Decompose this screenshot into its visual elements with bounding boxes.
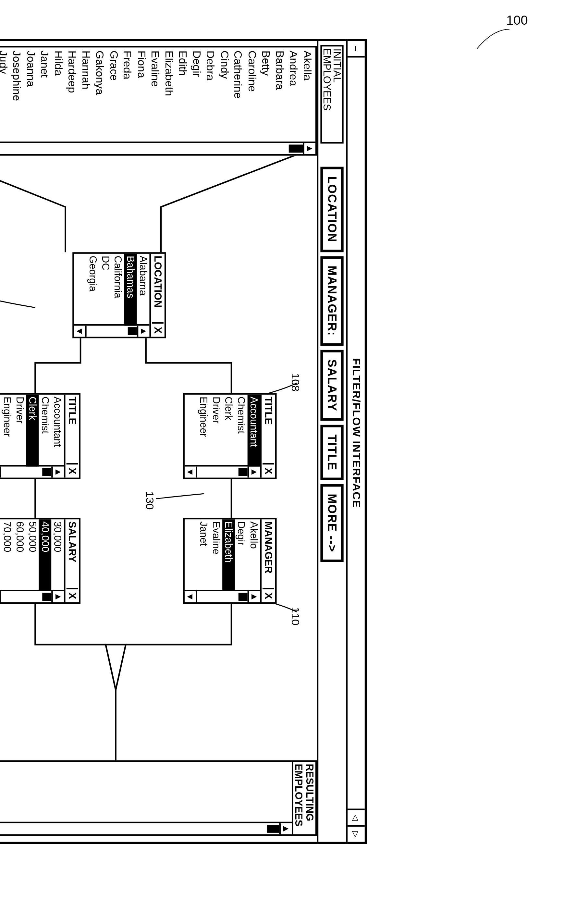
- scroll-down-icon[interactable]: ▼: [185, 591, 197, 602]
- list-item[interactable]: Cindy: [217, 51, 231, 141]
- list-item[interactable]: 40,000: [39, 519, 51, 591]
- manager-scrollbar[interactable]: ▲ ▼: [185, 590, 260, 602]
- toolbar-title-button[interactable]: TITLE: [321, 425, 344, 480]
- list-item[interactable]: Hannah: [79, 51, 93, 141]
- list-item[interactable]: Akello: [247, 519, 260, 591]
- title-top-panel-close[interactable]: X: [263, 463, 274, 478]
- salary-panel-close[interactable]: X: [66, 588, 78, 602]
- title-bottom-panel-close[interactable]: X: [66, 463, 78, 478]
- list-item[interactable]: Grace: [107, 51, 121, 141]
- list-item[interactable]: Joanna: [24, 51, 38, 141]
- list-item[interactable]: 30,000: [51, 519, 64, 591]
- list-item[interactable]: Accountant: [247, 395, 260, 467]
- scroll-thumb[interactable]: [267, 825, 279, 833]
- app-window: – FILTER/FLOW INTERFACE ◁ ▷ INITIAL EMPL…: [0, 39, 367, 844]
- list-item[interactable]: 50,000: [26, 519, 39, 591]
- initial-scrollbar[interactable]: ▲ ▼: [0, 142, 315, 154]
- title-top-panel[interactable]: TITLE X AccountantChemistClerkDriverEngi…: [183, 393, 276, 479]
- salary-scrollbar[interactable]: ▲ ▼: [0, 590, 64, 602]
- list-item[interactable]: Janet: [38, 51, 52, 141]
- scroll-thumb[interactable]: [42, 468, 51, 476]
- list-item[interactable]: Josephine: [10, 51, 24, 141]
- list-item[interactable]: Engineer: [197, 395, 210, 467]
- location-panel[interactable]: LOCATION X AlabamaBahamasCaliforniaDCGeo…: [73, 252, 166, 338]
- salary-panel[interactable]: SALARY X 30,00040,00050,00060,00070,000 …: [0, 518, 81, 604]
- list-item[interactable]: DC: [99, 254, 111, 326]
- list-item[interactable]: Andrea: [287, 51, 301, 141]
- flow-canvas: AkellaAndreaBarbaraBettyCarolineCatherin…: [0, 41, 317, 842]
- result-scrollbar[interactable]: ▲ ▼: [0, 822, 292, 834]
- list-item[interactable]: Hilda: [52, 51, 66, 141]
- scroll-thumb[interactable]: [239, 468, 247, 476]
- list-item[interactable]: Edith: [176, 51, 190, 141]
- toolbar-salary-button[interactable]: SALARY: [321, 349, 344, 421]
- location-panel-close[interactable]: X: [152, 322, 163, 337]
- titlebar: – FILTER/FLOW INTERFACE ◁ ▷: [346, 41, 364, 842]
- list-item[interactable]: Evaline: [148, 51, 162, 141]
- list-item[interactable]: Betty: [259, 51, 273, 141]
- list-item[interactable]: Debra: [204, 51, 218, 141]
- list-item[interactable]: Degir: [190, 51, 204, 141]
- manager-panel-close[interactable]: X: [263, 588, 274, 602]
- list-item[interactable]: Hardeep: [66, 51, 79, 141]
- scroll-thumb[interactable]: [239, 593, 247, 601]
- nav-left-button[interactable]: ◁: [347, 809, 365, 825]
- list-item[interactable]: Clerk: [222, 395, 235, 467]
- list-item[interactable]: Chemist: [235, 395, 247, 467]
- system-menu-button[interactable]: –: [347, 41, 365, 57]
- list-item[interactable]: Elizabeth: [222, 519, 235, 591]
- list-item[interactable]: 70,000: [1, 519, 14, 591]
- list-item[interactable]: Georgia: [87, 254, 99, 326]
- title-bottom-scrollbar[interactable]: ▲ ▼: [0, 465, 64, 478]
- list-item[interactable]: Caroline: [246, 51, 259, 141]
- title-top-scrollbar[interactable]: ▲ ▼: [185, 465, 260, 478]
- scroll-down-icon[interactable]: ▼: [0, 467, 1, 478]
- list-item[interactable]: Degir: [235, 519, 247, 591]
- initial-line2: EMPLOYEES: [322, 47, 332, 142]
- nav-right-button[interactable]: ▷: [347, 825, 365, 842]
- list-item[interactable]: Gakonya: [93, 51, 107, 141]
- scroll-up-icon[interactable]: ▲: [247, 591, 260, 602]
- scroll-down-icon[interactable]: ▼: [74, 326, 87, 337]
- list-item[interactable]: Alabama: [137, 254, 150, 326]
- list-item[interactable]: Chemist: [39, 395, 51, 467]
- initial-employees-list[interactable]: AkellaAndreaBarbaraBettyCarolineCatherin…: [0, 46, 317, 156]
- list-item[interactable]: Fiona: [135, 51, 149, 141]
- list-item[interactable]: Elizabeth: [162, 51, 176, 141]
- scroll-up-icon[interactable]: ▲: [247, 467, 260, 478]
- scroll-up-icon[interactable]: ▲: [51, 467, 64, 478]
- scroll-up-icon[interactable]: ▲: [279, 823, 292, 834]
- scroll-thumb[interactable]: [128, 327, 137, 335]
- list-item[interactable]: Barbara: [273, 51, 287, 141]
- result-list[interactable]: ▲ ▼: [0, 761, 292, 836]
- scroll-up-icon[interactable]: ▲: [137, 326, 150, 337]
- title-bottom-panel[interactable]: TITLE X AccountantChemistClerkDriverEngi…: [0, 393, 81, 479]
- list-item[interactable]: 60,000: [14, 519, 26, 591]
- list-item[interactable]: Janet: [197, 519, 210, 591]
- scroll-thumb[interactable]: [289, 145, 303, 153]
- list-item[interactable]: Evaline: [210, 519, 222, 591]
- list-item[interactable]: Bahamas: [124, 254, 137, 326]
- list-item[interactable]: Akella: [300, 51, 315, 141]
- title-top-panel-title: TITLE: [262, 395, 275, 463]
- list-item[interactable]: Judy: [0, 51, 10, 141]
- list-item[interactable]: Catherine: [231, 51, 246, 141]
- list-item[interactable]: Freda: [121, 51, 135, 141]
- scroll-down-icon[interactable]: ▼: [185, 467, 197, 478]
- list-item[interactable]: Driver: [210, 395, 222, 467]
- list-item[interactable]: Engineer: [1, 395, 14, 467]
- scroll-down-icon[interactable]: ▼: [0, 591, 1, 602]
- location-scrollbar[interactable]: ▲ ▼: [74, 324, 150, 337]
- list-item[interactable]: Driver: [14, 395, 26, 467]
- scroll-up-icon[interactable]: ▲: [303, 143, 315, 154]
- scroll-up-icon[interactable]: ▲: [51, 591, 64, 602]
- toolbar-manager-button[interactable]: MANAGER:: [321, 256, 344, 346]
- list-item[interactable]: Accountant: [51, 395, 64, 467]
- scroll-thumb[interactable]: [42, 593, 51, 601]
- manager-panel[interactable]: MANAGER X AkelloDegirElizabethEvalineJan…: [183, 518, 276, 604]
- list-item[interactable]: Clerk: [26, 395, 39, 467]
- list-item[interactable]: California: [111, 254, 124, 326]
- toolbar-more-button[interactable]: MORE -->: [321, 484, 344, 562]
- toolbar-location-button[interactable]: LOCATION: [321, 167, 344, 252]
- ref-100-leader: [470, 19, 535, 58]
